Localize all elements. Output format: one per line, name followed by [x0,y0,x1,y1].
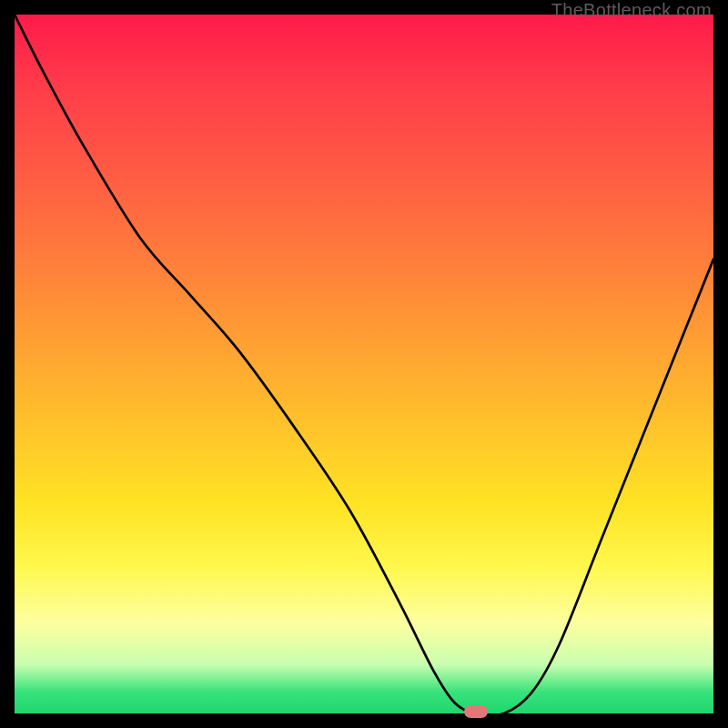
optimal-marker [464,705,488,718]
curve-svg [15,15,713,713]
watermark-text: TheBottleneck.com [551,0,712,21]
chart-frame: TheBottleneck.com [0,0,728,728]
bottleneck-curve [15,15,713,713]
plot-area [15,15,713,713]
